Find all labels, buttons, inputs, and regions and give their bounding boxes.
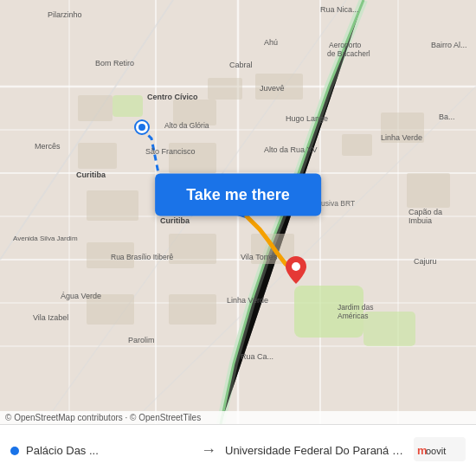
svg-text:Imbuia: Imbuia — [408, 216, 432, 225]
svg-rect-21 — [208, 78, 242, 100]
svg-text:Pilarzinho: Pilarzinho — [48, 10, 82, 19]
svg-point-69 — [138, 124, 145, 131]
map-container: Pilarzinho Rua Nica... Ahú Bom Retiro Ca… — [0, 0, 476, 424]
svg-rect-19 — [78, 95, 113, 121]
svg-rect-32 — [407, 173, 450, 208]
svg-text:Capão da: Capão da — [408, 208, 442, 216]
svg-text:Água Verde: Água Verde — [61, 292, 101, 300]
svg-text:Curitiba: Curitiba — [76, 170, 106, 179]
map-attribution: © OpenStreetMap contributors · © OpenStr… — [0, 411, 476, 424]
svg-rect-33 — [342, 134, 372, 156]
svg-rect-25 — [87, 190, 138, 221]
svg-text:Bairro Al...: Bairro Al... — [431, 41, 467, 49]
destination-pin — [286, 256, 306, 287]
svg-text:Mercês: Mercês — [35, 142, 61, 151]
take-me-there-button[interactable]: Take me there — [155, 174, 321, 216]
moovit-logo: m oovit — [414, 437, 466, 465]
svg-text:Rua Nica...: Rua Nica... — [320, 5, 359, 14]
bottom-bar: Palácio Das ... → Universidade Federal D… — [0, 424, 476, 476]
svg-text:Linha Verde: Linha Verde — [381, 133, 422, 142]
svg-text:Hugo Lange: Hugo Lange — [286, 114, 328, 123]
svg-text:oovit: oovit — [426, 446, 446, 456]
svg-text:São Francisco: São Francisco — [145, 147, 196, 156]
svg-text:Cajuru: Cajuru — [414, 257, 437, 266]
svg-text:Vila Torres: Vila Torres — [241, 253, 278, 261]
origin-label: Palácio Das ... — [26, 444, 99, 457]
svg-text:Ba...: Ba... — [439, 113, 455, 121]
svg-text:Américas: Américas — [338, 312, 368, 320]
svg-text:Rua Brasílio Itiberê: Rua Brasílio Itiberê — [111, 253, 174, 261]
origin-pin — [134, 119, 150, 138]
svg-text:de Bacacherl: de Bacacherl — [327, 49, 370, 58]
svg-rect-23 — [78, 143, 117, 169]
svg-text:Curitiba: Curitiba — [160, 216, 190, 225]
svg-text:Cabral: Cabral — [229, 61, 253, 69]
svg-rect-17 — [363, 312, 415, 346]
origin-dot — [10, 447, 19, 455]
svg-text:Rua Ca...: Rua Ca... — [241, 352, 273, 361]
svg-text:Alto da Rua XV: Alto da Rua XV — [264, 145, 318, 154]
svg-text:Linha Verde: Linha Verde — [227, 296, 268, 305]
svg-text:Juvevê: Juvevê — [260, 84, 285, 93]
destination-label: Universidade Federal Do Paraná Ca... — [225, 444, 407, 457]
svg-rect-31 — [169, 294, 216, 325]
svg-rect-18 — [113, 95, 143, 117]
svg-text:Parolim: Parolim — [128, 336, 155, 344]
svg-point-70 — [292, 262, 300, 271]
svg-text:Bom Retiro: Bom Retiro — [95, 59, 134, 68]
svg-text:Alto da Glória: Alto da Glória — [164, 121, 209, 130]
destination-location: Universidade Federal Do Paraná Ca... — [225, 444, 407, 457]
svg-text:Ahú: Ahú — [264, 38, 278, 47]
svg-text:Centro Cívico: Centro Cívico — [147, 93, 198, 101]
origin-location: Palácio Das ... — [10, 444, 192, 457]
svg-text:Aeroporto: Aeroporto — [329, 41, 362, 49]
svg-text:Vila Izabel: Vila Izabel — [33, 313, 68, 322]
route-arrow-icon: → — [201, 441, 216, 460]
svg-text:Avenida Silva Jardim: Avenida Silva Jardim — [13, 235, 78, 242]
svg-text:Jardim das: Jardim das — [338, 303, 374, 312]
svg-rect-28 — [169, 234, 216, 264]
